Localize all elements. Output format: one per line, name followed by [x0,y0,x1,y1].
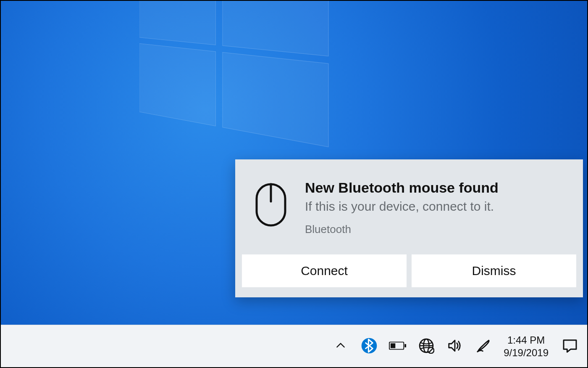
pen-icon [475,338,491,355]
desktop-wallpaper: New Bluetooth mouse found If this is you… [0,0,588,368]
battery-icon [389,340,407,353]
clock-date: 9/19/2019 [504,347,549,359]
svg-rect-5 [391,343,395,348]
globe-network-icon [418,338,434,355]
notification-subtitle: If this is your device, connect to it. [305,199,499,214]
chevron-up-icon [335,340,346,353]
tray-overflow-button[interactable] [327,340,354,353]
mouse-icon [255,182,287,229]
windows-logo-wallpaper [139,0,334,151]
tray-volume-button[interactable] [441,338,468,355]
dismiss-button[interactable]: Dismiss [412,254,576,287]
bluetooth-icon [361,337,378,356]
notification-source: Bluetooth [305,223,499,236]
tray-bluetooth-button[interactable] [356,337,383,356]
tray-network-button[interactable] [413,338,440,355]
notification-center-icon [562,337,578,356]
clock-time: 1:44 PM [507,334,545,347]
taskbar-clock[interactable]: 1:44 PM 9/19/2019 [497,325,555,368]
notification-toast[interactable]: New Bluetooth mouse found If this is you… [235,159,583,297]
notification-title: New Bluetooth mouse found [305,180,499,196]
tray-battery-button[interactable] [384,340,411,353]
volume-icon [447,338,463,355]
connect-button[interactable]: Connect [242,254,407,287]
action-center-button[interactable] [555,325,585,368]
system-tray [327,337,497,356]
taskbar: 1:44 PM 9/19/2019 [0,325,588,368]
svg-rect-4 [404,344,406,347]
tray-pen-button[interactable] [470,338,497,355]
